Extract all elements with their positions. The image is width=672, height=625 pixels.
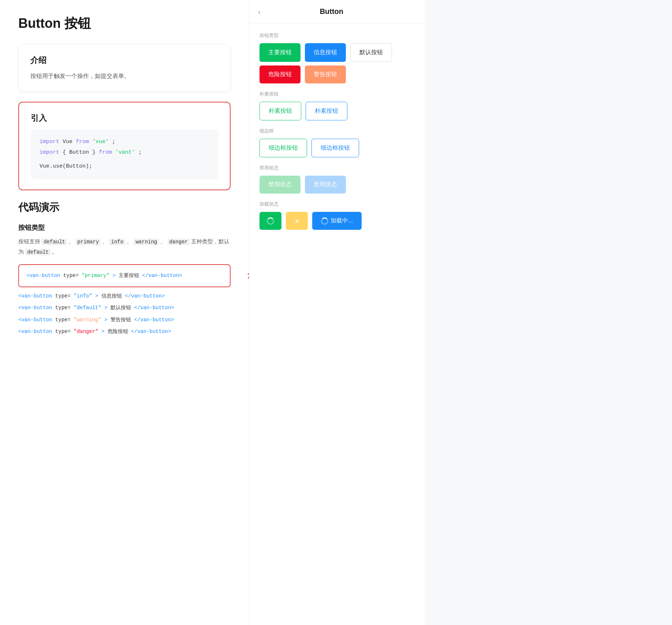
spinner-yellow: ✳ [293, 217, 300, 225]
btn-loading-blue[interactable]: 加载中... [312, 212, 362, 230]
prop-label-types: 按钮类型 [260, 32, 414, 39]
back-button[interactable]: ‹ [258, 8, 261, 15]
btn-loading-yellow[interactable]: ✳ [286, 212, 308, 230]
code-snippet-area: <van-button type= "primary" > 主要按钮 </van… [18, 264, 231, 287]
keyword-from-1: from [76, 139, 89, 145]
keyword-from-2: from [99, 149, 112, 156]
code-snippet-container: <van-button type= "primary" > 主要按钮 </van… [18, 264, 231, 339]
btn-row-types-2: 危险按钮 警告按钮 [260, 66, 414, 83]
btn-warning[interactable]: 警告按钮 [305, 66, 346, 83]
right-content: 按钮类型 主要按钮 信息按钮 默认按钮 危险按钮 警告按钮 朴素按钮 朴素按钮 … [249, 23, 425, 625]
demo-title: 代码演示 [18, 201, 231, 214]
import-card: 引入 import Vue from 'vue' ; import { Butt… [18, 102, 231, 190]
right-header: ‹ Button [249, 0, 425, 23]
btn-row-thin: 细边框按钮 细边框按钮 [260, 139, 414, 157]
page-title: Button 按钮 [18, 15, 231, 33]
code-line-1: import Vue from 'vue' ; [40, 137, 209, 147]
code-extra-lines: <van-button type= "info" > 信息按钮 </van-bu… [18, 289, 231, 339]
btn-types-section: 按钮类型 按钮支持 default 、 primary 、 info 、 war… [18, 223, 231, 339]
keyword-import-1: import [40, 139, 59, 145]
btn-plain-blue[interactable]: 朴素按钮 [306, 102, 347, 120]
btn-danger[interactable]: 危险按钮 [260, 66, 300, 83]
spinner-green [267, 217, 274, 225]
btn-types-title: 按钮类型 [18, 223, 231, 232]
btn-row-types-1: 主要按钮 信息按钮 默认按钮 [260, 43, 414, 62]
import-code: import Vue from 'vue' ; import { Button … [31, 130, 218, 179]
spinner-blue [321, 217, 328, 225]
prop-label-disabled: 禁用状态 [260, 165, 414, 171]
intro-card: 介绍 按钮用于触发一个操作，如提交表单。 [18, 44, 231, 91]
keyword-import-2: import [40, 149, 59, 156]
code-snippet-row-3: <van-button type= "default" > 默认按钮 </van… [18, 302, 231, 314]
prop-label-thin: 细边框 [260, 128, 414, 134]
import-title: 引入 [31, 113, 218, 124]
intro-title: 介绍 [30, 55, 219, 66]
btn-types-desc: 按钮支持 default 、 primary 、 info 、 warning … [18, 236, 231, 257]
code-line-3: Vue.use(Button); [40, 161, 209, 172]
right-panel: ‹ Button 按钮类型 主要按钮 信息按钮 默认按钮 危险按钮 警告按钮 朴… [249, 0, 425, 625]
prop-label-loading: 加载状态 [260, 201, 414, 207]
loading-text: 加载中... [331, 217, 353, 225]
right-panel-title: Button [266, 7, 397, 16]
btn-default[interactable]: 默认按钮 [350, 43, 392, 62]
code-snippet-row-1: <van-button type= "primary" > 主要按钮 </van… [26, 271, 223, 281]
btn-thin-green[interactable]: 细边框按钮 [260, 139, 307, 157]
btn-primary[interactable]: 主要按钮 [260, 43, 300, 62]
btn-plain-green[interactable]: 朴素按钮 [260, 102, 301, 120]
btn-info[interactable]: 信息按钮 [305, 43, 346, 62]
btn-disabled-green: 禁用状态 [260, 176, 300, 194]
copy-code-button[interactable]: 复制代码 [247, 271, 249, 280]
btn-thin-blue[interactable]: 细边框按钮 [311, 139, 359, 157]
code-snippet-row-5: <van-button type= "danger" > 危险按钮 </van-… [18, 326, 231, 338]
intro-desc: 按钮用于触发一个操作，如提交表单。 [30, 71, 219, 81]
code-snippet-row-4: <van-button type= "warning" > 警告按钮 </van… [18, 314, 231, 326]
btn-disabled-blue: 禁用状态 [305, 176, 346, 194]
left-panel: Button 按钮 介绍 按钮用于触发一个操作，如提交表单。 引入 import… [0, 0, 249, 625]
btn-row-disabled: 禁用状态 禁用状态 [260, 176, 414, 194]
btn-loading-green[interactable] [260, 212, 281, 230]
btn-row-loading: ✳ 加载中... [260, 212, 414, 230]
code-snippet-row-2: <van-button type= "info" > 信息按钮 </van-bu… [18, 290, 231, 302]
btn-row-plain: 朴素按钮 朴素按钮 [260, 102, 414, 120]
code-line-2: import { Button } from 'vant' ; [40, 147, 209, 158]
prop-label-plain: 朴素按钮 [260, 91, 414, 97]
